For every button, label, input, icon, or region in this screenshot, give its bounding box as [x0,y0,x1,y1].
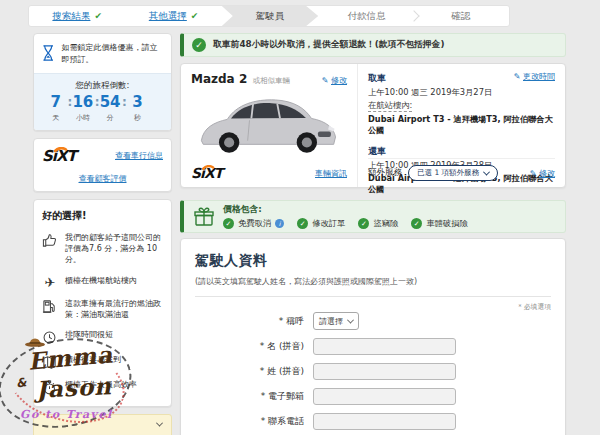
faq-accordion: ? [33,414,172,435]
good-choice-item-text: 櫃檯很容易找到 [65,354,121,365]
step-confirm: 確認 [413,6,509,26]
driver-info-panel: 駕駛人資料 (請以英文填寫駕駛人姓名，寫法必須與護照或國際駕照上一致) * 必填… [180,238,566,435]
form-row-last-name: * 姓 (拼音) [195,363,551,380]
list-item: 我們的顧客給予這間公司的評價為7.6 分，滿分為 10分。 [42,232,163,266]
good-choice-item-text: 櫃檯工作人員高效率 [65,379,137,390]
countdown-title: 您的旅程倒數: [40,80,165,92]
chevron-down-icon [347,316,354,323]
car-similar-note: 或相似車輛 [252,76,290,85]
step-search-results[interactable]: 搜索結果 ✔ [29,6,125,26]
car-photo [193,87,343,161]
extras-row: 額外服務 已選 1 項額外服務 ✎ 修改 [368,158,555,181]
check-circle-icon: ✓ [358,218,369,229]
sixt-logo: SiXT [191,165,241,181]
info-icon[interactable]: i [275,219,284,228]
pencil-icon: ✎ [530,169,537,178]
divider [195,296,551,297]
chevron-down-icon [156,420,163,427]
price-lock-countdown-card: 如需鎖定此價格優惠，請立即預訂。 您的旅程倒數: 7 天 16 小時 54 分 … [33,33,172,131]
price-includes-banner: 價格包含: ✓ 免費取消 i ✓ 修改訂單 ✓ 盜竊險 ✓ 車體破損險 [180,200,566,233]
last-name-input[interactable] [313,363,456,380]
step-driver-active: 駕駛員 [222,6,318,26]
watermark-ampersand: & [15,375,28,391]
stopwatch-icon [42,380,58,395]
good-choice-title: 好的選擇! [42,209,163,223]
countdown-days: 7 天 [42,95,69,123]
svg-text:SiXT: SiXT [191,165,226,181]
airplane-icon: ✈ [42,276,58,289]
faq-row-toggle[interactable] [34,415,171,435]
thumbs-up-icon [42,233,58,248]
list-item: 櫃檯很容易找到 [42,354,163,370]
fuel-pump-icon [42,299,58,314]
chevron-down-icon [483,168,490,175]
step-other-options[interactable]: 其他選擇 ✔ [125,6,221,26]
sixt-logo: SiXT [42,147,96,164]
pencil-icon: ✎ [322,76,329,85]
include-item: ✓ 修改訂單 [297,218,345,229]
free-cancellation-banner: ✓ 取車前48小時以外取消，提供全額退款！(款項不包括押金) [180,33,566,57]
form-row-title: * 稱呼 請選擇 [195,312,551,330]
form-row-phone: * 聯系電話 [195,413,551,430]
car-name: Mazda 2 [191,72,247,86]
step-done-check-icon: ✔ [191,11,199,21]
form-row-first-name: * 名 (拼音) [195,338,551,355]
pickup-terminal-note[interactable]: 在航站樓內: [368,100,412,112]
clock-icon [42,330,58,345]
good-choice-item-text: 排隊時間很短 [65,329,113,340]
countdown-seconds: 3 秒 [124,95,151,123]
include-item: ✓ 盜竊險 [358,218,398,229]
hourglass-icon [41,42,55,64]
price-includes-title: 價格包含: [223,204,468,216]
sidebar: 如需鎖定此價格優惠，請立即預訂。 您的旅程倒數: 7 天 16 小時 54 分 … [33,33,172,435]
countdown-minutes: 54 分 [97,95,124,123]
list-item: 這款車擁有最流行的燃油政策：滿油取滿油還 [42,298,163,320]
customer-reviews-link[interactable]: 查看顧客評價 [79,174,127,183]
change-time-link[interactable]: ✎ 更改時間 [514,71,555,82]
good-choice-card: 好的選擇! 我們的顧客給予這間公司的評價為7.6 分，滿分為 10分。 ✈ 櫃檯… [33,199,172,407]
last-name-label: * 姓 (拼音) [195,365,313,378]
check-circle-icon: ✓ [411,218,422,229]
booking-summary-panel: Mazda 2 或相似車輛 ✎ 修改 [180,63,566,188]
edit-car-link[interactable]: ✎ 修改 [322,75,347,86]
pickup-dropoff-summary: ✎ 更改時間 取車 上午10:00 週三 2019年3月27日 在航站樓內: D… [358,64,565,187]
check-circle-icon: ✓ [223,218,234,229]
title-select[interactable]: 請選擇 [313,312,359,330]
step-payment-label: 付款信息 [347,10,385,23]
first-name-label: * 名 (拼音) [195,340,313,353]
edit-extras-link[interactable]: ✎ 修改 [530,168,555,179]
driver-form-subtitle: (請以英文填寫駕駛人姓名，寫法必須與護照或國際駕照上一致) [195,276,551,287]
form-row-email: * 電子郵箱 [195,388,551,405]
pickup-datetime: 上午10:00 週三 2019年3月27日 [368,87,555,98]
extras-label: 額外服務 [368,167,402,179]
check-circle-icon: ✓ [192,38,206,52]
dropoff-title: 還車 [368,145,555,158]
good-choice-item-text: 櫃檯在機場航站樓內 [65,275,137,286]
step-confirm-label: 確認 [451,10,470,23]
step-other-options-link[interactable]: 其他選擇 [149,10,187,23]
driver-form-title: 駕駛人資料 [195,252,551,270]
include-item: ✓ 免費取消 i [223,218,284,229]
list-item: ✈ 櫃檯在機場航站樓內 [42,275,163,289]
vendor-info-link[interactable]: 查看車行信息 [115,150,163,161]
email-input[interactable] [313,388,456,405]
car-details-link[interactable]: 車輛資訊 [315,168,347,179]
gift-icon [193,206,215,228]
extras-selected-badge[interactable]: 已選 1 項額外服務 [408,165,498,181]
map-icon [42,355,58,370]
vendor-card: SiXT 查看車行信息 查看顧客評價 [33,138,172,192]
cancellation-banner-text: 取車前48小時以外取消，提供全額退款！(款項不包括押金) [213,39,444,51]
required-fields-note: * 必填選項 [195,302,551,312]
booking-stepper: 搜索結果 ✔ 其他選擇 ✔ 駕駛員 付款信息 確認 [28,5,510,27]
step-search-results-link[interactable]: 搜索結果 [52,10,90,23]
good-choice-item-text: 我們的顧客給予這間公司的評價為7.6 分，滿分為 10分。 [65,232,163,266]
first-name-input[interactable] [313,338,456,355]
phone-input[interactable] [313,413,456,430]
title-field-label: * 稱呼 [195,315,313,328]
list-item: 櫃檯工作人員高效率 [42,379,163,395]
good-choice-item-text: 這款車擁有最流行的燃油政策：滿油取滿油還 [65,298,163,320]
svg-text:SiXT: SiXT [42,147,80,164]
step-done-check-icon: ✔ [94,11,102,21]
trip-countdown: 您的旅程倒數: 7 天 16 小時 54 分 3 秒 [34,73,171,130]
list-item: 排隊時間很短 [42,329,163,345]
